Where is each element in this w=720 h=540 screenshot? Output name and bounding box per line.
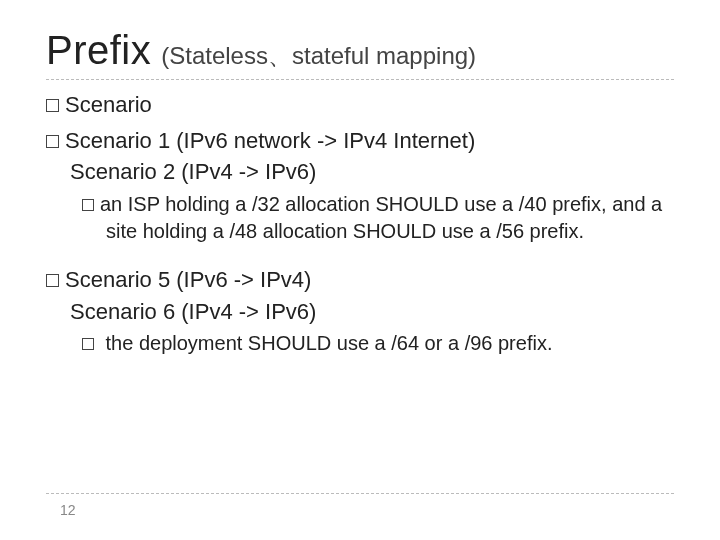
bullet-text: Scenario 5 (IPv6 -> IPv4) (65, 267, 311, 292)
bullet-scenario-5: Scenario 5 (IPv6 -> IPv4) (46, 265, 674, 295)
bullet-box-icon (82, 338, 94, 350)
bullet-text: Scenario (65, 92, 152, 117)
title-row: Prefix (Stateless、stateful mapping) (46, 28, 674, 73)
bullet-scenario-6: Scenario 6 (IPv4 -> IPv6) (46, 297, 674, 327)
sub-bullet-isp: an ISP holding a /32 allocation SHOULD u… (46, 191, 674, 245)
title-divider (46, 79, 674, 80)
title-sub: (Stateless、stateful mapping) (161, 40, 476, 72)
bullet-scenario-2: Scenario 2 (IPv4 -> IPv6) (46, 157, 674, 187)
bullet-box-icon (82, 199, 94, 211)
bullet-text: Scenario 6 (IPv4 -> IPv6) (70, 299, 316, 324)
bullet-box-icon (46, 135, 59, 148)
bullet-text: Scenario 1 (IPv6 network -> IPv4 Interne… (65, 128, 475, 153)
bullet-box-icon (46, 274, 59, 287)
content: Scenario Scenario 1 (IPv6 network -> IPv… (46, 90, 674, 357)
bullet-scenario: Scenario (46, 90, 674, 120)
sub-bullet-text: an ISP holding a /32 allocation SHOULD u… (100, 193, 662, 242)
bullet-scenario-1: Scenario 1 (IPv6 network -> IPv4 Interne… (46, 126, 674, 156)
footer-divider (46, 493, 674, 494)
bullet-text: Scenario 2 (IPv4 -> IPv6) (70, 159, 316, 184)
sub-bullet-text: the deployment SHOULD use a /64 or a /96… (100, 332, 552, 354)
page-number: 12 (60, 502, 76, 518)
bullet-box-icon (46, 99, 59, 112)
slide: Prefix (Stateless、stateful mapping) Scen… (0, 0, 720, 540)
sub-bullet-deployment: the deployment SHOULD use a /64 or a /96… (46, 330, 674, 357)
title-main: Prefix (46, 28, 151, 73)
